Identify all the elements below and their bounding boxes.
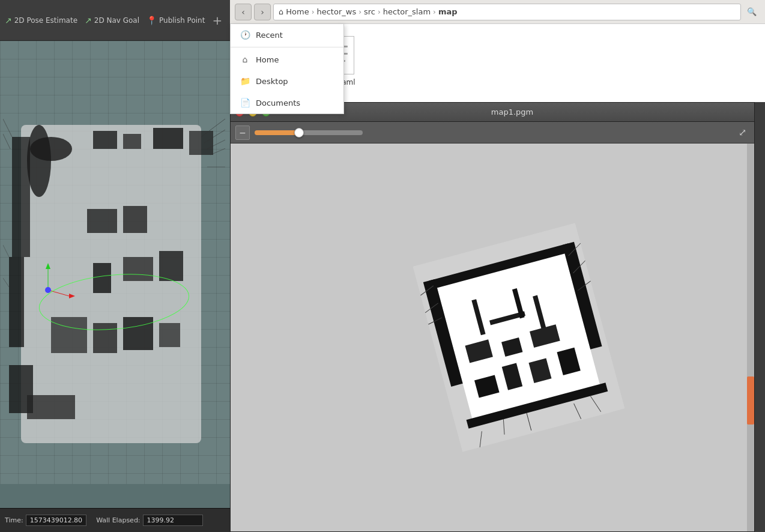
file-manager-nav: ‹ › ⌂ Home › hector_ws › src › hector_sl… [230,0,765,24]
breadcrumb-hector-ws[interactable]: hector_ws [316,7,356,16]
sep-3: › [378,8,381,16]
forward-icon: › [261,7,264,17]
image-viewer-toolbar: − ⤢ [231,122,754,144]
nav-forward-button[interactable]: › [254,4,271,20]
svg-rect-23 [123,257,153,281]
home-icon: ⌂ [279,7,283,16]
sidebar-item-home[interactable]: ⌂ Home [231,49,343,70]
nav-goal-icon: ↗ [85,16,92,25]
zoom-minus-button[interactable]: − [235,125,250,140]
svg-point-3 [27,125,51,197]
zoom-slider[interactable] [255,130,363,135]
slam-map-svg [3,77,225,485]
svg-rect-4 [9,257,24,347]
image-viewer-window: map1.pgm − ⤢ [230,102,755,532]
svg-rect-26 [93,323,117,353]
sep-4: › [433,8,436,16]
search-button[interactable]: 🔍 [743,4,760,20]
home-label: Home [256,55,279,64]
breadcrumb-src[interactable]: src [364,7,375,16]
recent-label: Recent [256,31,283,40]
svg-line-19 [3,278,9,287]
breadcrumb-home-label: Home [286,7,309,16]
svg-rect-20 [87,209,117,233]
time-value: 1573439012.80 [26,515,86,526]
breadcrumb-map[interactable]: map [438,7,458,16]
scrollbar[interactable] [747,144,754,531]
svg-rect-22 [93,263,111,293]
home-sidebar-icon: ⌂ [240,55,250,64]
desktop-label: Desktop [256,77,288,86]
nav-goal-label: 2D Nav Goal [94,16,139,25]
desktop-icon: 📁 [240,76,250,86]
scrollbar-thumb[interactable] [747,376,754,425]
sidebar-item-documents[interactable]: 📄 Documents [231,92,343,113]
add-tool-button[interactable]: + [212,13,222,28]
breadcrumb-map-label: map [438,7,458,16]
sidebar-menu: 🕐 Recent ⌂ Home 📁 Desktop 📄 Documents [230,24,344,114]
breadcrumb-home[interactable]: ⌂ Home [279,7,309,16]
image-viewer-canvas[interactable] [231,144,754,531]
expand-icon: ⤢ [739,127,746,138]
publish-point-label: Publish Point [159,16,205,25]
breadcrumb-hector-slam[interactable]: hector_slam [383,7,431,16]
back-icon: ‹ [241,7,245,17]
sep-1: › [312,8,315,16]
expand-button[interactable]: ⤢ [735,125,749,140]
svg-line-17 [3,134,10,149]
svg-rect-8 [123,134,141,149]
svg-rect-28 [159,323,180,347]
rviz-window: ↗ 2D Pose Estimate ↗ 2D Nav Goal 📍 Publi… [0,0,230,532]
pose-estimate-label: 2D Pose Estimate [14,16,77,25]
zoom-thumb [294,128,304,138]
map-image [413,223,624,452]
svg-line-18 [3,245,9,257]
pose-estimate-icon: ↗ [5,16,12,25]
elapsed-label: Wall Elapsed: [96,516,140,524]
sidebar-item-desktop[interactable]: 📁 Desktop [231,70,343,92]
publish-point-icon: 📍 [147,16,157,25]
sidebar-divider-1 [231,47,343,47]
rviz-status-bar: Time: 1573439012.80 Wall Elapsed: 1399.9… [0,508,230,532]
svg-rect-25 [51,317,87,353]
svg-rect-21 [123,206,147,233]
documents-icon: 📄 [240,98,250,107]
breadcrumb-bar: ⌂ Home › hector_ws › src › hector_slam ›… [273,4,741,20]
tool-publish-point[interactable]: 📍 Publish Point [147,16,205,25]
documents-label: Documents [256,98,300,107]
svg-rect-7 [93,131,117,149]
rviz-viewport[interactable] [0,41,230,508]
map-visualization [413,223,624,452]
svg-line-16 [3,119,12,137]
minus-icon: − [239,128,246,138]
recent-icon: 🕐 [240,30,250,40]
sep-2: › [358,8,361,16]
svg-rect-10 [189,131,213,155]
tool-nav-goal[interactable]: ↗ 2D Nav Goal [85,16,139,25]
breadcrumb-hector-ws-label: hector_ws [316,7,356,16]
svg-rect-27 [123,317,153,350]
breadcrumb-hector-slam-label: hector_slam [383,7,431,16]
image-viewer-title: map1.pgm [275,107,749,116]
search-icon: 🔍 [747,7,757,16]
breadcrumb-src-label: src [364,7,375,16]
svg-rect-9 [153,128,183,149]
nav-back-button[interactable]: ‹ [235,4,252,20]
elapsed-field: Wall Elapsed: 1399.92 [96,515,202,526]
time-label: Time: [5,516,23,524]
tool-pose-estimate[interactable]: ↗ 2D Pose Estimate [5,16,77,25]
svg-rect-24 [159,251,183,281]
time-field: Time: 1573439012.80 [5,515,86,526]
svg-rect-6 [27,395,75,419]
svg-point-33 [45,287,51,293]
elapsed-value: 1399.92 [143,515,203,526]
sidebar-item-recent[interactable]: 🕐 Recent [231,24,343,46]
rviz-toolbar: ↗ 2D Pose Estimate ↗ 2D Nav Goal 📍 Publi… [0,0,230,41]
